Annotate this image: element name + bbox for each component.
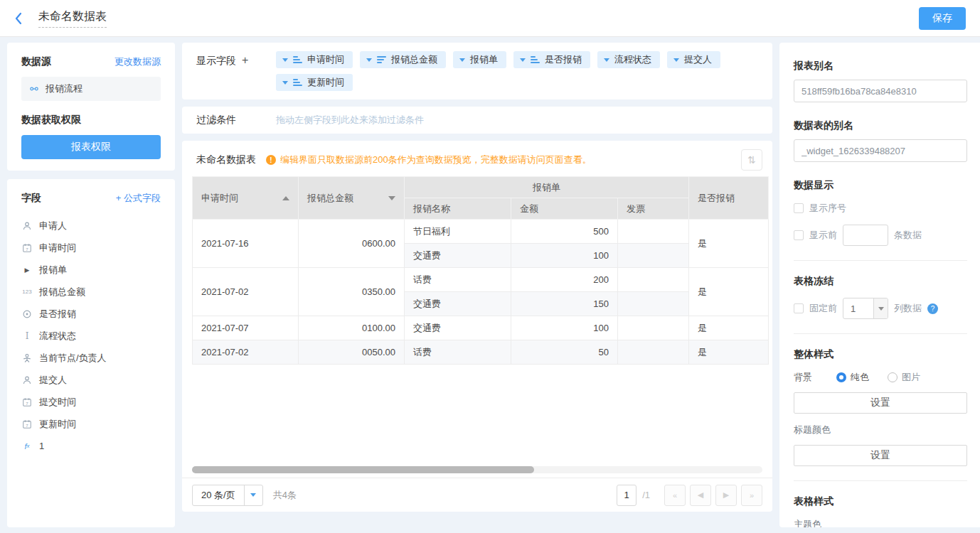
svg-text:7: 7: [26, 246, 28, 251]
preview-table: 申请时间报销总金额报销单是否报销报销名称金额发票2021-07-160600.0…: [192, 176, 769, 365]
solid-color-radio[interactable]: [836, 372, 846, 382]
table-cell-date: 2021-07-02: [193, 268, 299, 316]
field-item[interactable]: 7申请时间: [21, 237, 161, 259]
last-page-button[interactable]: »: [741, 485, 762, 506]
column-subheader[interactable]: 发票: [618, 198, 689, 220]
show-first-count-input[interactable]: [843, 225, 888, 246]
add-formula-field-link[interactable]: + 公式字段: [116, 192, 161, 205]
sort-desc-icon: [377, 56, 386, 63]
flow-icon: [28, 83, 40, 95]
column-header-date[interactable]: 申请时间: [193, 177, 299, 220]
warning-icon: !: [266, 155, 276, 165]
field-item[interactable]: 提交人: [21, 369, 161, 391]
sort-order-button[interactable]: ⇅: [741, 149, 762, 171]
scrollbar-thumb[interactable]: [192, 466, 534, 473]
prev-page-button[interactable]: ◀: [690, 485, 711, 506]
display-field-chip[interactable]: 申请时间: [276, 51, 353, 68]
next-page-button[interactable]: ▶: [715, 485, 737, 506]
table-cell-invoice: [618, 244, 689, 268]
page-number-input[interactable]: 1: [617, 485, 637, 506]
table-cell-amount: 100: [511, 316, 618, 340]
show-index-label: 显示序号: [809, 202, 846, 215]
theme-color-label: 主题色: [794, 518, 967, 527]
display-field-chip-label: 更新时间: [307, 76, 344, 89]
field-item[interactable]: I流程状态: [21, 325, 161, 347]
filter-panel: 过滤条件 拖动左侧字段到此处来添加过滤条件: [182, 107, 772, 134]
display-fields-label: 显示字段+: [196, 51, 276, 91]
datasource-item[interactable]: 报销流程: [21, 77, 161, 101]
datasource-item-label: 报销流程: [46, 82, 82, 95]
sort-asc-icon: [293, 56, 302, 63]
column-header-total[interactable]: 报销总金额: [299, 177, 405, 220]
sort-asc-icon: [531, 56, 540, 63]
field-item-label: 1: [39, 441, 44, 451]
node-person-icon: [21, 352, 33, 364]
field-item[interactable]: ▶报销单: [21, 259, 161, 281]
display-field-chip[interactable]: 提交人: [667, 51, 720, 68]
show-first-checkbox[interactable]: [794, 230, 804, 240]
title-color-set-button[interactable]: 设置: [794, 445, 967, 466]
freeze-checkbox[interactable]: [794, 303, 804, 313]
display-field-chip-label: 流程状态: [614, 53, 651, 66]
table-cell-amount: 200: [511, 268, 618, 292]
table-cell-invoice: [618, 220, 689, 244]
table-cell-reimbursed: 是: [689, 220, 769, 268]
help-icon[interactable]: ?: [927, 303, 938, 314]
display-field-chip[interactable]: 更新时间: [276, 74, 353, 91]
table-alias-input[interactable]: [794, 139, 967, 162]
background-label: 背景: [794, 371, 836, 384]
field-item-label: 报销总金额: [39, 286, 85, 298]
back-icon[interactable]: [14, 11, 28, 26]
table-cell-amount: 50: [511, 340, 618, 365]
sort-asc-icon: [293, 79, 302, 86]
add-display-field-button[interactable]: +: [242, 54, 248, 66]
freeze-count-select[interactable]: 1: [843, 298, 888, 319]
save-button[interactable]: 保存: [919, 7, 966, 30]
table-cell-amount: 150: [511, 292, 618, 316]
report-permission-button[interactable]: 报表权限: [21, 135, 161, 159]
chevron-down-icon: [282, 58, 288, 62]
field-item[interactable]: 7提交时间: [21, 391, 161, 413]
display-field-chip[interactable]: 是否报销: [513, 51, 590, 68]
chevron-down-icon: [244, 485, 262, 505]
field-item[interactable]: 123报销总金额: [21, 281, 161, 303]
sort-asc-icon: [282, 196, 289, 200]
field-item[interactable]: 申请人: [21, 215, 161, 237]
display-field-chips: 申请时间报销总金额报销单是否报销流程状态提交人更新时间: [276, 51, 758, 91]
overall-style-title: 整体样式: [794, 348, 967, 361]
fields-panel: 字段 + 公式字段 申请人7申请时间▶报销单123报销总金额是否报销I流程状态当…: [7, 179, 175, 527]
display-field-chip[interactable]: 报销单: [453, 51, 506, 68]
radio-icon: [21, 308, 33, 320]
table-cell-name: 话费: [405, 340, 511, 365]
field-item[interactable]: 当前节点/负责人: [21, 347, 161, 369]
page-title[interactable]: 未命名数据表: [38, 9, 107, 28]
field-item[interactable]: 是否报销: [21, 303, 161, 325]
display-field-chip[interactable]: 报销总金额: [360, 51, 446, 68]
table-cell-total: 0100.00: [299, 316, 405, 340]
column-subheader[interactable]: 金额: [511, 198, 618, 220]
preview-panel: 未命名数据表 ! 编辑界面只取数据源前200条作为查询数据预览，完整数据请访问页…: [182, 141, 772, 512]
display-field-chip-label: 报销总金额: [391, 53, 437, 66]
column-header-flag[interactable]: 是否报销: [689, 177, 769, 220]
page-size-select[interactable]: 20 条/页: [192, 485, 263, 506]
filter-dropzone[interactable]: 拖动左侧字段到此处来添加过滤条件: [276, 114, 424, 126]
table-cell-invoice: [618, 340, 689, 365]
change-datasource-link[interactable]: 更改数据源: [114, 55, 161, 68]
report-alias-input[interactable]: [794, 80, 967, 102]
column-header-group[interactable]: 报销单: [405, 177, 689, 198]
table-cell-date: 2021-07-07: [193, 316, 299, 340]
background-set-button[interactable]: 设置: [794, 392, 967, 414]
permission-title: 数据获取权限: [21, 114, 161, 126]
first-page-button[interactable]: «: [664, 485, 686, 506]
preview-table-zone: 申请时间报销总金额报销单是否报销报销名称金额发票2021-07-160600.0…: [182, 176, 772, 463]
field-item[interactable]: fx1: [21, 435, 161, 457]
column-subheader[interactable]: 报销名称: [405, 198, 511, 220]
field-item[interactable]: 7更新时间: [21, 413, 161, 435]
page-total: /1: [642, 490, 650, 500]
show-index-checkbox[interactable]: [794, 203, 804, 213]
image-radio[interactable]: [888, 372, 898, 382]
show-first-prefix: 显示前: [809, 229, 837, 242]
settings-column: 报表别名 数据表的别名 数据显示 显示序号 显示前 条数据: [779, 43, 980, 527]
fields-title: 字段: [21, 192, 41, 205]
display-field-chip[interactable]: 流程状态: [597, 51, 660, 68]
